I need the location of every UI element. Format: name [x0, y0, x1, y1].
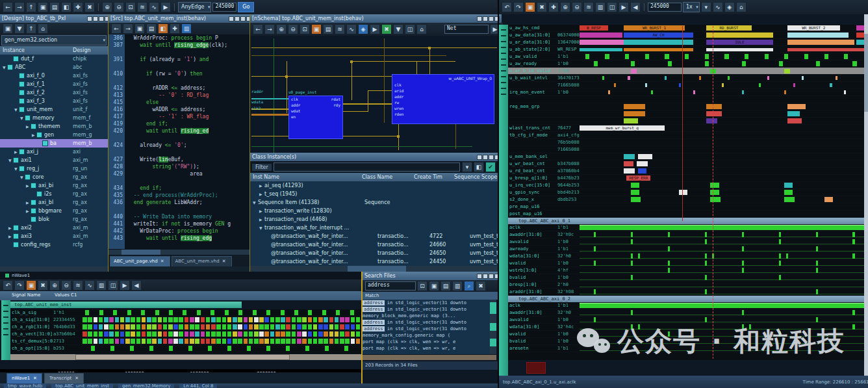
wave-group-band[interactable]: top.ABC_ABC_axi_0_2 — [508, 296, 864, 302]
class-expander-icon[interactable]: ▼ — [253, 198, 258, 207]
get-signals-icon[interactable]: ▣ — [525, 2, 535, 12]
zoom-in-icon[interactable]: ⊕ — [49, 280, 60, 291]
waveform-icon[interactable]: ≋ — [137, 2, 147, 12]
code-line[interactable]: 429 area — [108, 170, 249, 177]
back-icon[interactable]: ← — [3, 2, 13, 12]
restore-button[interactable] — [235, 16, 240, 21]
home-icon[interactable]: ⌂ — [736, 2, 747, 12]
search-forward-icon[interactable]: ▶ — [619, 2, 629, 12]
file-tab[interactable]: ABC_unit_mem.vhd✕ — [172, 256, 232, 267]
code-line[interactable]: 415 else — [108, 99, 249, 106]
signal-row[interactable]: ch_a_sig[31:0]22334455 — [10, 317, 361, 324]
tree-row[interactable]: blokrg_ax — [0, 215, 108, 224]
split-icon[interactable]: ◫ — [607, 2, 617, 12]
tree-expander-icon[interactable]: ▼ — [3, 63, 7, 71]
flatten-icon[interactable]: ▼ — [393, 24, 403, 34]
tree-row[interactable]: ▶axi3axi_m — [0, 232, 108, 240]
signal-row[interactable]: wstrb[3:0]4'hf — [508, 267, 864, 274]
minimize-button[interactable] — [477, 155, 482, 160]
follow-signal-icon[interactable]: ▶ — [370, 24, 380, 34]
code-line[interactable]: 410 if (rw = '0') then — [108, 70, 249, 77]
search-forward-icon[interactable]: ▶ — [120, 280, 130, 291]
edge-select[interactable]: AnyEdge — [178, 2, 211, 12]
code-line[interactable]: 434 end if; — [108, 185, 249, 192]
code-line[interactable] — [108, 63, 249, 70]
tree-row[interactable]: ▼reg_jrg_un — [0, 164, 108, 173]
design-browser-titlebar[interactable]: [Design] top_ABC_tb_PxI — [0, 14, 112, 23]
forward-icon[interactable]: → — [123, 23, 133, 34]
new-window-icon[interactable]: ▣ — [38, 2, 48, 12]
tree-expander-icon[interactable]: ▶ — [8, 232, 13, 240]
signal-row[interactable]: 716650888 — [508, 82, 864, 89]
save-session-icon[interactable]: ◧ — [61, 2, 71, 12]
signal-row[interactable]: aclk1'b1 — [508, 224, 864, 231]
file-tab-close-icon[interactable]: ✕ — [160, 257, 164, 266]
code-line[interactable]: 416 wADDR <= address; — [108, 106, 249, 113]
search-vscrollbar[interactable] — [490, 300, 496, 354]
code-line[interactable]: 442 WrDataProc: process begin — [108, 227, 249, 235]
column-design[interactable]: Design — [73, 47, 91, 53]
search-result-row[interactable]: address in std_logic_vector(31 downto — [363, 300, 490, 306]
zoom-fit-icon[interactable]: ⊡ — [300, 24, 310, 34]
split-view-icon[interactable]: ◫ — [405, 24, 415, 34]
rwave-zoom-select[interactable]: 1x — [683, 2, 700, 12]
lwave-group-band[interactable]: top.ABC_unit_mem_inst — [10, 302, 242, 308]
class-row[interactable]: @transaction_wait_for_inter...transactio… — [250, 240, 498, 249]
minimize-button[interactable] — [229, 16, 234, 21]
signal-row[interactable]: awvalid1'b0 — [508, 317, 864, 324]
col-seq-scope[interactable]: Sequence Scope — [454, 174, 497, 180]
tree-expander-icon[interactable]: ▼ — [20, 173, 25, 181]
schematic-canvas[interactable]: raddrwdataclk2u0_page_instclkaddrwdatenr… — [250, 36, 498, 153]
delete-signal-icon[interactable]: ✖ — [537, 2, 547, 12]
module-view-icon[interactable]: ▣ — [3, 23, 13, 34]
tree-row[interactable]: ▶bbgmarerg_ax — [0, 207, 108, 215]
search-results[interactable]: address in std_logic_vector(31 downtoadd… — [363, 300, 490, 354]
class-column-header[interactable]: Inst Name Class Name Create Tim Sequence… — [250, 173, 498, 181]
undo-icon[interactable]: ↶ — [3, 280, 13, 291]
restore-button[interactable] — [93, 16, 98, 21]
class-row[interactable]: ▶transaction_write (12830) — [250, 207, 498, 215]
lwave-header[interactable]: Signal Name Values C1 — [0, 291, 361, 300]
code-line[interactable]: 413 -- '0' : RD_flag — [108, 92, 249, 99]
signal-row[interactable]: tb_cfg_if_modeaxi4_cfg — [508, 132, 864, 139]
source-code-view[interactable]: 386 WrAddrProc: process begin P387 wait … — [108, 34, 249, 250]
tree-row[interactable]: ▶axi2axi_m — [0, 224, 108, 232]
signal-row[interactable]: ch_a_opt[15:0]b253 — [10, 345, 361, 352]
tree-expander-icon[interactable]: ▶ — [26, 181, 31, 190]
tree-column-header[interactable]: Instance Design — [0, 46, 108, 55]
signal-row[interactable]: ch_a_vect[31:0]a37b60b4 — [10, 331, 361, 338]
class-expander-icon[interactable]: ▶ — [259, 207, 264, 215]
wave-tab[interactable]: nWave1✕ — [6, 373, 42, 384]
class-expander-icon[interactable]: ▶ — [259, 181, 264, 190]
signal-row[interactable]: u_aw_valid1'b1 — [508, 53, 864, 60]
regexp-icon[interactable]: ▤ — [440, 281, 451, 291]
wave-group-band[interactable]: top.ABC_ABC_axi_0_1 — [508, 218, 864, 224]
code-line[interactable]: 443 wait until rising_edg — [108, 235, 249, 242]
zoom-all-icon[interactable]: ≋ — [73, 280, 83, 291]
search-result-row[interactable]: port map (clk => clk, wen => wr, e — [363, 339, 490, 345]
forward-icon[interactable]: → — [264, 24, 275, 34]
trace-driver-icon[interactable]: ▣ — [134, 23, 145, 34]
code-line[interactable] — [108, 177, 249, 185]
bookmark-icon[interactable]: ◧ — [158, 23, 168, 34]
get-signals-icon[interactable]: ▣ — [26, 280, 36, 291]
class-expander-icon[interactable]: ▼ — [259, 224, 264, 232]
signal-row[interactable]: awvalid1'b0 — [508, 239, 864, 246]
zoom-in-icon[interactable]: ⊕ — [102, 2, 112, 12]
code-line[interactable]: 419 end if; — [108, 120, 249, 127]
signal-row[interactable] — [508, 96, 864, 103]
open-db-icon[interactable]: ▤ — [49, 2, 60, 12]
minimize-button[interactable] — [477, 16, 482, 21]
tree-row[interactable]: ▶axi_blrg_ax — [0, 198, 108, 207]
highlight-icon[interactable]: ◈ — [358, 24, 368, 34]
class-row[interactable]: ▼transaction_wait_for_interrupt ... — [250, 224, 498, 232]
zoom-out-icon[interactable]: ⊖ — [61, 280, 71, 291]
zoom-fit-icon[interactable]: ⊡ — [125, 2, 136, 12]
timeline-marker-block[interactable] — [526, 362, 546, 374]
class-row[interactable]: @transaction_wait_for_inter...transactio… — [250, 232, 498, 240]
signal-row[interactable]: u_bresp_q[1:0]b4476b23RESP_ERR — [508, 175, 864, 182]
signal-row[interactable]: u_rd_beat_cnta37860b4d — [508, 168, 864, 175]
class-hscrollbar[interactable] — [250, 266, 498, 272]
run-icon[interactable]: ▶ — [160, 2, 171, 12]
analog-icon[interactable]: ∿ — [713, 2, 723, 12]
